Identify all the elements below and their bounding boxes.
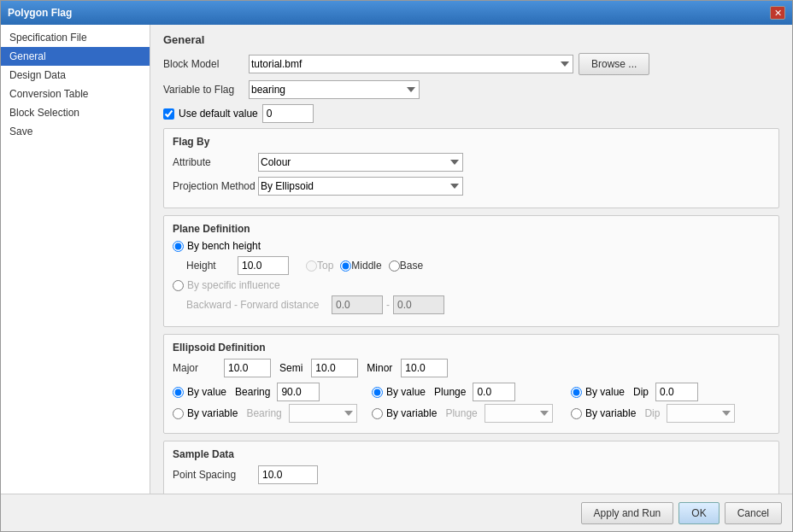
projection-select[interactable]: By Ellipsoid [258, 177, 463, 196]
sidebar-item-block-selection[interactable]: Block Selection [1, 103, 150, 122]
dip-by-value-label: By value [585, 386, 625, 398]
default-value-row: Use default value 0 [163, 104, 779, 123]
plunge-by-value-row: By value Plunge [372, 383, 571, 401]
dip-variable-select[interactable] [667, 404, 735, 423]
browse-button[interactable]: Browse ... [579, 53, 649, 75]
variable-flag-select[interactable]: bearing [249, 80, 420, 99]
plane-definition-title: Plane Definition [173, 223, 770, 235]
flag-by-group: Flag By Attribute Colour Projection Meth… [163, 128, 779, 208]
bearing-variable-select[interactable] [289, 404, 357, 423]
sample-data-title: Sample Data [173, 448, 770, 460]
bearing-value-input[interactable] [277, 383, 320, 401]
section-title: General [163, 33, 779, 46]
sidebar-item-general[interactable]: General [1, 47, 150, 66]
close-button[interactable]: ✕ [770, 6, 785, 20]
sidebar-item-conversion-table[interactable]: Conversion Table [1, 85, 150, 103]
bearing-col: By value Bearing By variable Bearing [173, 383, 372, 423]
minor-input[interactable] [401, 359, 448, 377]
sidebar-item-specification-file[interactable]: Specification File [1, 28, 150, 47]
plunge-by-value-label: By value [386, 386, 426, 398]
dip-var-label-2: Dip [644, 407, 660, 419]
dip-col: By value Dip By variable Dip [571, 383, 770, 423]
by-bench-radio[interactable] [173, 241, 184, 252]
bearing-by-value-row: By value Bearing [173, 383, 372, 401]
attribute-label: Attribute [173, 156, 258, 168]
ellipsoid-definition-group: Ellipsoid Definition Major Semi Minor By… [163, 334, 779, 434]
main-area: General Block Model tutorial.bmf Browse … [150, 25, 792, 494]
major-input[interactable] [224, 359, 271, 377]
major-semi-minor-row: Major Semi Minor [173, 359, 770, 377]
flag-by-title: Flag By [173, 136, 770, 148]
point-spacing-input[interactable] [258, 465, 318, 484]
backward-input[interactable] [332, 295, 383, 314]
minor-label: Minor [367, 362, 392, 374]
dip-by-variable-label: By variable [585, 407, 636, 419]
top-radio[interactable] [306, 260, 317, 272]
semi-label: Semi [279, 362, 303, 374]
block-model-select[interactable]: tutorial.bmf [249, 55, 573, 73]
major-label: Major [173, 362, 224, 374]
dip-by-value-radio[interactable] [571, 387, 582, 398]
base-radio[interactable] [389, 260, 400, 272]
block-model-row: Block Model tutorial.bmf Browse ... [163, 53, 779, 75]
top-label: Top [317, 260, 333, 272]
bearing-by-variable-row: By variable Bearing [173, 404, 372, 423]
plunge-by-value-radio[interactable] [372, 387, 383, 398]
projection-row: Projection Method By Ellipsoid [173, 177, 770, 196]
forward-input[interactable] [393, 295, 444, 314]
middle-label: Middle [351, 260, 381, 272]
sample-data-group: Sample Data Point Spacing [163, 441, 779, 494]
middle-radio[interactable] [340, 260, 351, 272]
dip-by-variable-radio[interactable] [571, 408, 582, 419]
cancel-button[interactable]: Cancel [725, 502, 782, 524]
height-row: Height Top Middle Base [186, 256, 770, 275]
bearing-plunge-dip-section: By value Bearing By variable Bearing [173, 383, 770, 423]
use-default-label: Use default value [179, 108, 258, 120]
window: Polygon Flag ✕ Specification FileGeneral… [0, 0, 793, 532]
apply-run-button[interactable]: Apply and Run [581, 502, 674, 524]
attribute-select[interactable]: Colour [258, 153, 463, 172]
dip-by-variable-row: By variable Dip [571, 404, 770, 423]
plunge-by-variable-label: By variable [386, 407, 437, 419]
backward-forward-label: Backward - Forward distance [186, 299, 332, 311]
plunge-value-input[interactable] [473, 383, 515, 401]
bottom-bar: Apply and Run OK Cancel [1, 494, 792, 531]
height-label: Height [186, 260, 238, 272]
height-input[interactable] [238, 256, 289, 275]
bearing-by-value-label: By value [187, 386, 226, 398]
projection-label: Projection Method [173, 180, 258, 192]
use-default-checkbox[interactable] [163, 108, 174, 120]
specific-influence-row: By specific influence [173, 279, 770, 291]
base-label: Base [400, 260, 423, 272]
title-bar: Polygon Flag ✕ [1, 1, 792, 25]
plunge-variable-select[interactable] [485, 404, 553, 423]
bearing-by-value-radio[interactable] [173, 387, 184, 398]
plunge-by-variable-radio[interactable] [372, 408, 383, 419]
sidebar-item-design-data[interactable]: Design Data [1, 66, 150, 85]
backward-forward-row: Backward - Forward distance - [186, 295, 770, 314]
plunge-label: Plunge [434, 386, 466, 398]
dip-label: Dip [633, 386, 649, 398]
default-value-input[interactable]: 0 [262, 104, 314, 123]
bench-height-row: By bench height [173, 240, 770, 252]
attribute-row: Attribute Colour [173, 153, 770, 172]
bearing-by-variable-radio[interactable] [173, 408, 184, 419]
main-content: Specification FileGeneralDesign DataConv… [1, 25, 792, 494]
plane-definition-group: Plane Definition By bench height Height … [163, 215, 779, 327]
variable-flag-row: Variable to Flag bearing [163, 80, 779, 99]
variable-flag-label: Variable to Flag [163, 84, 249, 96]
plunge-col: By value Plunge By variable Plunge [372, 383, 571, 423]
window-title: Polygon Flag [8, 7, 72, 19]
ellipsoid-title: Ellipsoid Definition [173, 342, 770, 354]
point-spacing-row: Point Spacing [173, 465, 770, 484]
bearing-by-variable-label: By variable [187, 407, 238, 419]
dip-by-value-row: By value Dip [571, 383, 770, 401]
sidebar-item-save[interactable]: Save [1, 122, 150, 141]
block-model-label: Block Model [163, 58, 249, 70]
point-spacing-label: Point Spacing [173, 469, 258, 481]
semi-input[interactable] [311, 359, 358, 377]
dip-value-input[interactable] [655, 383, 698, 401]
by-bench-label: By bench height [187, 240, 261, 252]
ok-button[interactable]: OK [678, 502, 719, 524]
by-specific-radio[interactable] [173, 280, 184, 291]
